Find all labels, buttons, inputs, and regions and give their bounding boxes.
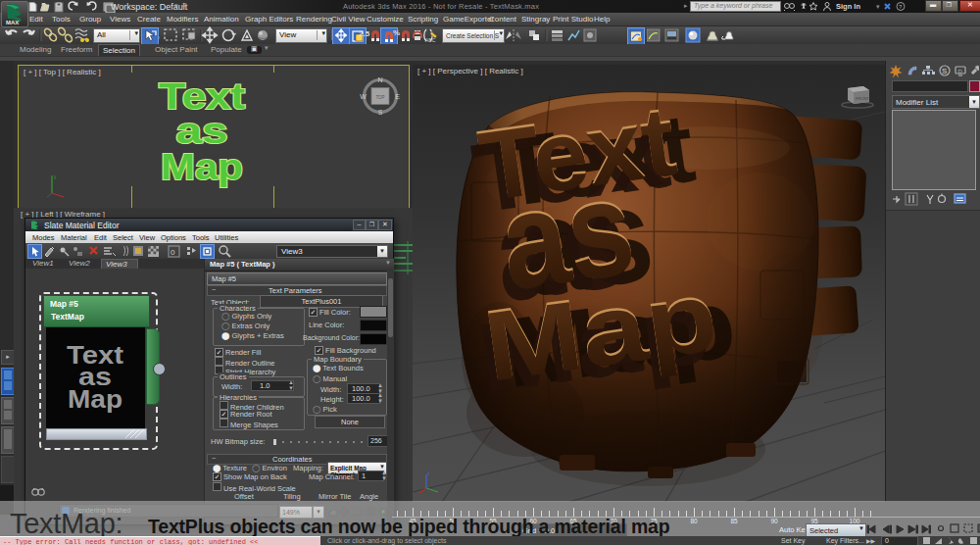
svg-text:TOP: TOP: [375, 95, 384, 100]
svg-text:▾: ▾: [876, 3, 880, 10]
svg-text:N: N: [377, 76, 382, 83]
svg-text:MAX: MAX: [6, 20, 19, 25]
svg-text:S: S: [378, 109, 383, 116]
svg-text:Sign In: Sign In: [836, 2, 860, 11]
svg-text:Map: Map: [161, 147, 243, 187]
svg-text:W: W: [360, 93, 367, 100]
svg-text:S: S: [942, 67, 948, 75]
svg-text:z: z: [427, 471, 430, 476]
svg-text:?: ?: [899, 4, 903, 10]
svg-text:as: as: [176, 111, 228, 151]
svg-text:E: E: [395, 93, 400, 100]
svg-text:D: D: [958, 69, 963, 74]
svg-text:Map: Map: [68, 384, 122, 414]
svg-text:ABC: ABC: [425, 37, 436, 43]
svg-text:y: y: [54, 173, 57, 179]
svg-text:FRONT: FRONT: [856, 96, 869, 101]
svg-text:0: 0: [171, 248, 175, 257]
